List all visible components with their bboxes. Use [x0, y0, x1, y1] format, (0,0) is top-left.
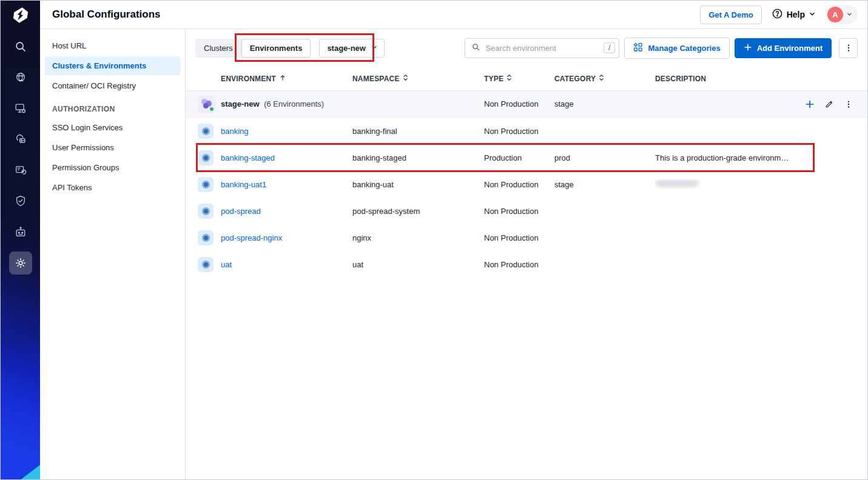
cell-type: Non Production	[484, 127, 554, 136]
cell-type: Non Production	[484, 233, 554, 242]
environment-link[interactable]: banking-staged	[221, 153, 352, 162]
sidebar-section-authorization: AUTHORIZATION	[45, 96, 180, 118]
cell-category: stage	[554, 99, 655, 108]
cell-type: Non Production	[484, 260, 554, 269]
bot-icon[interactable]	[9, 221, 32, 244]
chevron-down-icon	[846, 9, 853, 20]
cell-namespace: banking-final	[352, 127, 484, 136]
user-menu[interactable]: A	[826, 5, 858, 24]
resource-browser-globe-icon[interactable]	[9, 66, 32, 89]
search-icon[interactable]	[9, 35, 32, 58]
cluster-name[interactable]: stage-new	[221, 99, 260, 108]
cluster-environment-count: (6 Environments)	[264, 99, 324, 108]
chevron-down-icon	[809, 9, 816, 20]
category-grid-icon	[633, 42, 643, 54]
environment-icon	[198, 204, 214, 219]
search-environment-input[interactable]	[485, 44, 599, 53]
column-category[interactable]: CATEGORY	[554, 73, 655, 84]
cell-category: prod	[554, 153, 655, 162]
app-group-cloud-icon[interactable]	[9, 128, 32, 151]
security-shield-icon[interactable]	[9, 190, 32, 213]
cell-namespace: nginx	[352, 233, 484, 242]
rail-cyan-accent	[19, 465, 40, 480]
cluster-selector-value: stage-new	[327, 44, 366, 53]
cell-namespace: banking-staged	[352, 153, 484, 162]
environment-link[interactable]: banking	[221, 127, 352, 136]
applications-monitor-icon[interactable]	[9, 97, 32, 120]
environment-icon	[198, 257, 214, 272]
table-row: uat uat Non Production	[186, 251, 867, 278]
keyboard-shortcut-badge: /	[604, 42, 615, 53]
search-environment-box: /	[465, 38, 619, 58]
sidebar-item-clusters-environments[interactable]: Clusters & Environments	[45, 56, 180, 75]
environment-link[interactable]: banking-uat1	[221, 180, 352, 189]
manage-categories-button[interactable]: Manage Categories	[624, 38, 729, 59]
page-title: Global Configurations	[52, 8, 161, 21]
sort-toggle-icon	[506, 73, 512, 84]
help-question-icon	[772, 8, 783, 22]
sidebar-item-sso-login-services[interactable]: SSO Login Services	[45, 118, 180, 137]
cluster-status-dot	[209, 107, 214, 112]
search-icon	[471, 42, 480, 54]
cell-description: This is a production-grade environment	[655, 153, 796, 162]
toolbar: Clusters Environments stage-new /	[186, 29, 867, 67]
environments-table: ENVIRONMENT NAMESPACE TYPE CATEGORY	[186, 67, 867, 278]
table-row: banking banking-final Non Production	[186, 118, 867, 144]
environment-link[interactable]: pod-spread	[221, 207, 352, 216]
sort-asc-icon	[279, 74, 286, 83]
cell-namespace: banking-uat	[352, 180, 484, 189]
environment-icon	[198, 124, 214, 139]
help-label: Help	[787, 10, 805, 19]
cluster-group-row: stage-new (6 Environments) Non Productio…	[186, 91, 867, 118]
global-config-gear-icon[interactable]	[9, 252, 32, 275]
column-namespace[interactable]: NAMESPACE	[352, 73, 484, 84]
sidebar-item-permission-groups[interactable]: Permission Groups	[45, 158, 180, 177]
sidebar-item-container-oci-registry[interactable]: Container/ OCI Registry	[45, 76, 180, 95]
cluster-selector-dropdown[interactable]: stage-new	[319, 39, 385, 58]
cell-type: Non Production	[484, 99, 554, 108]
config-sidebar: Host URL Clusters & Environments Contain…	[40, 29, 186, 479]
cluster-more-options-button[interactable]	[841, 96, 856, 112]
sidebar-item-host-url[interactable]: Host URL	[45, 36, 180, 55]
table-row-annotated: banking-staged banking-staged Production…	[186, 144, 867, 171]
tab-clusters[interactable]: Clusters	[195, 39, 241, 58]
environment-icon	[198, 230, 214, 245]
avatar: A	[827, 7, 843, 22]
sidebar-item-user-permissions[interactable]: User Permissions	[45, 138, 180, 157]
table-row: pod-spread pod-spread-system Non Product…	[186, 198, 867, 224]
table-header-row: ENVIRONMENT NAMESPACE TYPE CATEGORY	[186, 67, 867, 91]
column-environment[interactable]: ENVIRONMENT	[221, 74, 352, 83]
devtron-logo[interactable]	[1, 1, 40, 29]
main-content: Clusters Environments stage-new /	[186, 29, 867, 479]
cell-type: Production	[484, 153, 554, 162]
get-a-demo-button[interactable]: Get A Demo	[700, 5, 761, 24]
edit-cluster-button[interactable]	[821, 96, 837, 112]
sort-toggle-icon	[403, 73, 408, 84]
table-row: banking-uat1 banking-uat Non Production …	[186, 171, 867, 198]
sort-toggle-icon	[599, 73, 604, 84]
table-row: pod-spread-nginx nginx Non Production	[186, 224, 867, 251]
environment-icon	[198, 177, 214, 192]
redacted-text	[655, 179, 699, 187]
cell-description-redacted	[655, 179, 796, 189]
toolbar-more-options-button[interactable]	[839, 38, 858, 58]
environment-icon	[198, 150, 214, 165]
plus-icon	[744, 43, 752, 53]
tab-environments[interactable]: Environments	[241, 39, 311, 58]
help-menu[interactable]: Help	[772, 8, 816, 22]
cell-type: Non Production	[484, 207, 554, 216]
cell-namespace: pod-spread-system	[352, 207, 484, 216]
app-icon-rail	[1, 1, 40, 480]
cell-category: stage	[554, 180, 655, 189]
add-environment-to-cluster-button[interactable]	[802, 96, 818, 112]
add-environment-button[interactable]: Add Environment	[735, 38, 832, 58]
sidebar-item-api-tokens[interactable]: API Tokens	[45, 178, 180, 197]
environment-link[interactable]: pod-spread-nginx	[221, 233, 352, 242]
column-type[interactable]: TYPE	[484, 73, 554, 84]
cell-type: Non Production	[484, 180, 554, 189]
chart-store-icon[interactable]	[9, 159, 32, 182]
cluster-icon	[198, 95, 216, 113]
top-header: Global Configurations Get A Demo Help A	[40, 1, 867, 29]
clusters-environments-tabs: Clusters Environments	[195, 39, 311, 58]
environment-link[interactable]: uat	[221, 260, 352, 269]
